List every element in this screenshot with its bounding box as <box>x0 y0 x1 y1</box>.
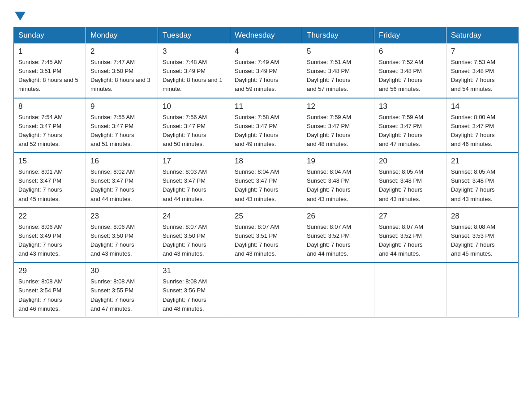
day-number: 2 <box>90 47 153 56</box>
calendar-cell: 12 Sunrise: 7:59 AM Sunset: 3:47 PM Dayl… <box>302 98 374 153</box>
calendar-cell: 20 Sunrise: 8:05 AM Sunset: 3:48 PM Dayl… <box>374 153 446 208</box>
day-info: Sunrise: 8:08 AM Sunset: 3:56 PM Dayligh… <box>163 277 225 313</box>
day-info: Sunrise: 8:08 AM Sunset: 3:55 PM Dayligh… <box>90 277 153 313</box>
column-header-tuesday: Tuesday <box>158 27 230 44</box>
day-info: Sunrise: 7:59 AM Sunset: 3:47 PM Dayligh… <box>307 113 369 149</box>
calendar-cell: 21 Sunrise: 8:05 AM Sunset: 3:48 PM Dayl… <box>446 153 519 208</box>
day-number: 13 <box>379 102 442 111</box>
calendar-cell: 26 Sunrise: 8:07 AM Sunset: 3:52 PM Dayl… <box>302 208 374 263</box>
day-info: Sunrise: 8:01 AM Sunset: 3:47 PM Dayligh… <box>18 167 81 204</box>
day-number: 16 <box>90 157 153 166</box>
calendar-cell <box>446 262 519 317</box>
calendar-cell: 2 Sunrise: 7:47 AM Sunset: 3:50 PM Dayli… <box>86 43 158 98</box>
day-number: 7 <box>451 47 514 56</box>
day-number: 31 <box>163 266 225 275</box>
column-header-monday: Monday <box>86 27 158 44</box>
calendar-cell: 6 Sunrise: 7:52 AM Sunset: 3:48 PM Dayli… <box>374 43 446 98</box>
day-number: 1 <box>18 47 81 56</box>
calendar-week-4: 22 Sunrise: 8:06 AM Sunset: 3:49 PM Dayl… <box>14 208 519 263</box>
day-info: Sunrise: 7:52 AM Sunset: 3:48 PM Dayligh… <box>379 58 442 94</box>
column-header-sunday: Sunday <box>14 27 86 44</box>
calendar-cell: 1 Sunrise: 7:45 AM Sunset: 3:51 PM Dayli… <box>14 43 86 98</box>
calendar-header-row: SundayMondayTuesdayWednesdayThursdayFrid… <box>14 27 519 44</box>
calendar-table: SundayMondayTuesdayWednesdayThursdayFrid… <box>13 27 519 317</box>
day-info: Sunrise: 7:55 AM Sunset: 3:47 PM Dayligh… <box>90 113 153 149</box>
column-header-wednesday: Wednesday <box>230 27 302 44</box>
calendar-cell: 16 Sunrise: 8:02 AM Sunset: 3:47 PM Dayl… <box>86 153 158 208</box>
calendar-cell: 9 Sunrise: 7:55 AM Sunset: 3:47 PM Dayli… <box>86 98 158 153</box>
day-number: 19 <box>307 157 369 166</box>
calendar-week-3: 15 Sunrise: 8:01 AM Sunset: 3:47 PM Dayl… <box>14 153 519 208</box>
day-number: 11 <box>235 102 297 111</box>
calendar-cell: 3 Sunrise: 7:48 AM Sunset: 3:49 PM Dayli… <box>158 43 230 98</box>
day-info: Sunrise: 7:56 AM Sunset: 3:47 PM Dayligh… <box>163 113 225 149</box>
day-info: Sunrise: 8:07 AM Sunset: 3:50 PM Dayligh… <box>163 223 225 259</box>
day-info: Sunrise: 8:07 AM Sunset: 3:52 PM Dayligh… <box>307 223 369 259</box>
day-number: 17 <box>163 157 225 166</box>
column-header-saturday: Saturday <box>446 27 519 44</box>
day-number: 18 <box>235 157 297 166</box>
day-number: 14 <box>451 102 514 111</box>
calendar-cell: 5 Sunrise: 7:51 AM Sunset: 3:48 PM Dayli… <box>302 43 374 98</box>
day-info: Sunrise: 8:07 AM Sunset: 3:52 PM Dayligh… <box>379 223 442 259</box>
calendar-cell: 27 Sunrise: 8:07 AM Sunset: 3:52 PM Dayl… <box>374 208 446 263</box>
day-info: Sunrise: 8:06 AM Sunset: 3:49 PM Dayligh… <box>18 223 81 259</box>
calendar-cell: 19 Sunrise: 8:04 AM Sunset: 3:48 PM Dayl… <box>302 153 374 208</box>
calendar-cell <box>302 262 374 317</box>
calendar-cell <box>230 262 302 317</box>
column-header-thursday: Thursday <box>302 27 374 44</box>
day-info: Sunrise: 8:04 AM Sunset: 3:48 PM Dayligh… <box>307 167 369 204</box>
day-info: Sunrise: 8:03 AM Sunset: 3:47 PM Dayligh… <box>163 167 225 204</box>
calendar-cell: 17 Sunrise: 8:03 AM Sunset: 3:47 PM Dayl… <box>158 153 230 208</box>
day-number: 26 <box>307 212 369 221</box>
day-info: Sunrise: 8:07 AM Sunset: 3:51 PM Dayligh… <box>235 223 297 259</box>
calendar-cell: 28 Sunrise: 8:08 AM Sunset: 3:53 PM Dayl… <box>446 208 519 263</box>
day-number: 27 <box>379 212 442 221</box>
day-number: 8 <box>18 102 81 111</box>
calendar-cell: 15 Sunrise: 8:01 AM Sunset: 3:47 PM Dayl… <box>14 153 86 208</box>
calendar-cell: 13 Sunrise: 7:59 AM Sunset: 3:47 PM Dayl… <box>374 98 446 153</box>
day-number: 25 <box>235 212 297 221</box>
day-info: Sunrise: 8:05 AM Sunset: 3:48 PM Dayligh… <box>379 167 442 204</box>
calendar-cell: 10 Sunrise: 7:56 AM Sunset: 3:47 PM Dayl… <box>158 98 230 153</box>
day-info: Sunrise: 8:08 AM Sunset: 3:53 PM Dayligh… <box>451 223 514 259</box>
day-info: Sunrise: 8:06 AM Sunset: 3:50 PM Dayligh… <box>90 223 153 259</box>
calendar-week-2: 8 Sunrise: 7:54 AM Sunset: 3:47 PM Dayli… <box>14 98 519 153</box>
calendar-cell: 23 Sunrise: 8:06 AM Sunset: 3:50 PM Dayl… <box>86 208 158 263</box>
day-info: Sunrise: 7:54 AM Sunset: 3:47 PM Dayligh… <box>18 113 81 149</box>
day-number: 24 <box>163 212 225 221</box>
day-number: 6 <box>379 47 442 56</box>
day-number: 5 <box>307 47 369 56</box>
day-info: Sunrise: 7:47 AM Sunset: 3:50 PM Dayligh… <box>90 58 153 94</box>
day-info: Sunrise: 8:00 AM Sunset: 3:47 PM Dayligh… <box>451 113 514 149</box>
day-info: Sunrise: 7:59 AM Sunset: 3:47 PM Dayligh… <box>379 113 442 149</box>
day-info: Sunrise: 7:53 AM Sunset: 3:48 PM Dayligh… <box>451 58 514 94</box>
calendar-week-1: 1 Sunrise: 7:45 AM Sunset: 3:51 PM Dayli… <box>14 43 519 98</box>
day-info: Sunrise: 7:45 AM Sunset: 3:51 PM Dayligh… <box>18 58 81 94</box>
day-info: Sunrise: 8:08 AM Sunset: 3:54 PM Dayligh… <box>18 277 81 313</box>
day-number: 30 <box>90 266 153 275</box>
calendar-cell: 8 Sunrise: 7:54 AM Sunset: 3:47 PM Dayli… <box>14 98 86 153</box>
calendar-cell: 18 Sunrise: 8:04 AM Sunset: 3:47 PM Dayl… <box>230 153 302 208</box>
calendar-cell: 7 Sunrise: 7:53 AM Sunset: 3:48 PM Dayli… <box>446 43 519 98</box>
page-header <box>13 9 519 19</box>
day-number: 23 <box>90 212 153 221</box>
calendar-cell: 29 Sunrise: 8:08 AM Sunset: 3:54 PM Dayl… <box>14 262 86 317</box>
day-number: 15 <box>18 157 81 166</box>
day-number: 4 <box>235 47 297 56</box>
day-number: 10 <box>163 102 225 111</box>
day-number: 29 <box>18 266 81 275</box>
day-number: 28 <box>451 212 514 221</box>
day-number: 21 <box>451 157 514 166</box>
calendar-cell: 25 Sunrise: 8:07 AM Sunset: 3:51 PM Dayl… <box>230 208 302 263</box>
calendar-cell: 30 Sunrise: 8:08 AM Sunset: 3:55 PM Dayl… <box>86 262 158 317</box>
calendar-cell: 22 Sunrise: 8:06 AM Sunset: 3:49 PM Dayl… <box>14 208 86 263</box>
day-info: Sunrise: 7:51 AM Sunset: 3:48 PM Dayligh… <box>307 58 369 94</box>
day-number: 20 <box>379 157 442 166</box>
day-number: 22 <box>18 212 81 221</box>
day-info: Sunrise: 7:49 AM Sunset: 3:49 PM Dayligh… <box>235 58 297 94</box>
logo <box>13 9 26 19</box>
logo-triangle-icon <box>15 12 26 21</box>
day-number: 3 <box>163 47 225 56</box>
calendar-cell <box>374 262 446 317</box>
